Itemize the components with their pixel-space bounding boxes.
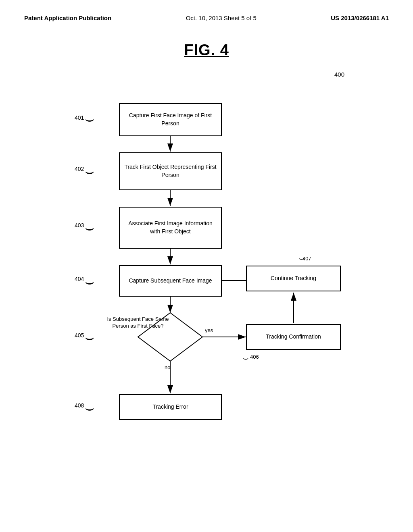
header-right: US 2013/0266181 A1	[331, 15, 389, 21]
bracket-403: ⌣	[85, 219, 94, 236]
bracket-401: ⌣	[85, 110, 94, 127]
ref-404: 404	[75, 276, 84, 282]
ref-405: 405	[75, 332, 84, 339]
ref-406: 406	[250, 354, 259, 360]
figure-title: FIG. 4	[0, 42, 413, 59]
bracket-402: ⌣	[85, 163, 94, 180]
header-center: Oct. 10, 2013 Sheet 5 of 5	[186, 15, 257, 21]
node-405-label: Is Subsequent Face Same Person as First …	[106, 316, 170, 330]
yes-label: yes	[205, 327, 213, 333]
node-404: Capture Subsequent Face Image	[119, 265, 222, 297]
bracket-404: ⌣	[85, 273, 94, 290]
node-401: Capture First Face Image of First Person	[119, 103, 222, 136]
no-label: no	[165, 364, 170, 370]
bracket-408: ⌣	[85, 399, 94, 416]
ref-402: 402	[75, 166, 84, 172]
node-402: Track First Object Representing First Pe…	[119, 152, 222, 190]
ref-403: 403	[75, 222, 84, 229]
diagram-area: 400	[0, 63, 413, 526]
bracket-407: ⌣	[298, 253, 304, 264]
node-407: Continue Tracking	[246, 266, 341, 291]
bracket-405: ⌣	[85, 329, 94, 346]
bracket-406: ⌣	[243, 353, 248, 364]
node-403: Associate First Image Information with F…	[119, 207, 222, 249]
ref-408: 408	[75, 402, 84, 409]
header-left: Patent Application Publication	[24, 15, 111, 21]
node-406: Tracking Confirmation	[246, 324, 341, 350]
node-408: Tracking Error	[119, 394, 222, 420]
ref-401: 401	[75, 114, 84, 121]
patent-page: Patent Application Publication Oct. 10, …	[0, 0, 413, 532]
page-header: Patent Application Publication Oct. 10, …	[0, 0, 413, 29]
ref-400: 400	[334, 71, 344, 78]
